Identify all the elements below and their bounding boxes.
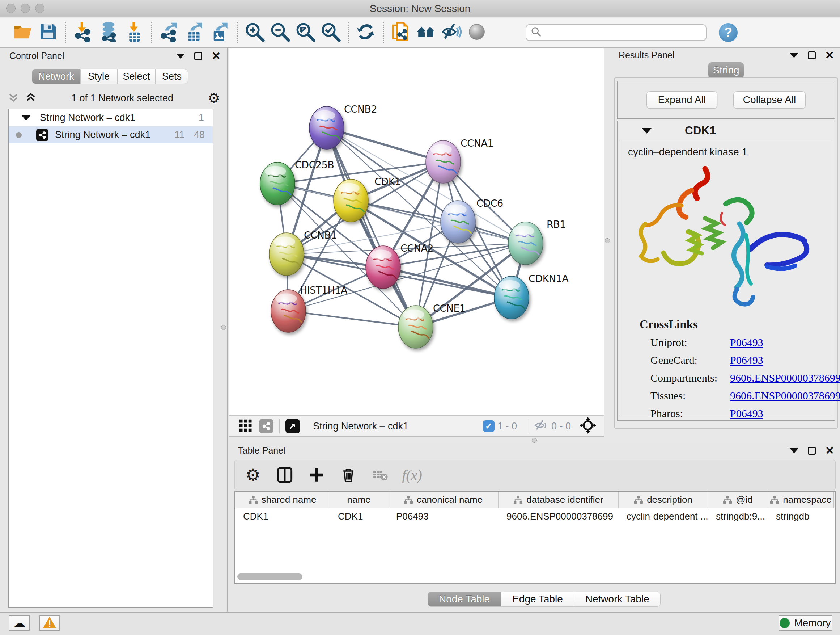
node-CDC6[interactable]: CDC6: [441, 198, 503, 243]
tab-network-table[interactable]: Network Table: [574, 592, 660, 607]
expand-all-icon[interactable]: [25, 91, 37, 105]
crosslink-label: Uniprot:: [651, 336, 730, 348]
column-header-description[interactable]: description: [619, 492, 708, 508]
collapse-all-button[interactable]: Collapse All: [733, 91, 806, 109]
right-splitter-handle[interactable]: [605, 238, 610, 243]
node-label-CDC25B: CDC25B: [295, 159, 334, 171]
collapse-all-icon[interactable]: [7, 91, 19, 105]
tab-sets[interactable]: Sets: [156, 69, 188, 84]
tab-node-table[interactable]: Node Table: [428, 592, 501, 607]
hidden-eye-slash-icon[interactable]: [534, 418, 548, 434]
close-panel-icon[interactable]: ✕: [212, 52, 221, 60]
fit-content-crosshair-icon[interactable]: [579, 417, 596, 435]
show-columns-button[interactable]: [275, 465, 295, 485]
column-header-label: @id: [736, 494, 753, 505]
maximize-results-icon[interactable]: [808, 51, 816, 59]
delete-table-button[interactable]: [370, 465, 390, 485]
column-header-name[interactable]: name: [330, 492, 388, 508]
import-database-icon: [98, 21, 119, 44]
tab-select[interactable]: Select: [117, 69, 156, 84]
selected-nodes-checkbox[interactable]: ✓: [483, 420, 494, 432]
node-CCNE1[interactable]: CCNE1: [398, 302, 466, 348]
float-results-icon[interactable]: [790, 53, 798, 58]
node-CCNB2[interactable]: CCNB2: [309, 103, 377, 149]
close-table-icon[interactable]: ✕: [825, 447, 834, 455]
selected-count: 1 - 0: [497, 421, 517, 432]
detach-view-icon[interactable]: [286, 419, 300, 433]
application-window: { "window": { "title": "Session: New Ses…: [0, 0, 840, 635]
table-cell[interactable]: P06493: [388, 508, 499, 524]
section-collapse-arrow-icon[interactable]: [642, 128, 652, 134]
delete-column-button[interactable]: [338, 465, 358, 485]
table-cell[interactable]: CDK1: [235, 508, 330, 524]
bottom-splitter-handle[interactable]: [532, 438, 537, 443]
edge-CCNB2-CCNA1: [327, 128, 443, 162]
tab-string[interactable]: String: [708, 62, 744, 78]
column-header-canonical-name[interactable]: canonical name: [388, 492, 499, 508]
float-panel-icon[interactable]: [176, 54, 185, 59]
left-splitter-handle[interactable]: [221, 325, 226, 330]
crosslink-link[interactable]: P06493: [730, 354, 763, 366]
table-row[interactable]: CDK1CDK1P064939606.ENSP00000378699cyclin…: [235, 508, 835, 524]
network-row-selected[interactable]: String Network – cdk1 11 48: [9, 126, 213, 143]
table-options-gear-button[interactable]: ⚙: [243, 465, 263, 485]
network-options-gear-button[interactable]: ⚙: [208, 92, 220, 104]
node-HIST1H1A[interactable]: HIST1H1A: [271, 285, 347, 333]
close-results-icon[interactable]: ✕: [825, 51, 834, 59]
gene-name: CDK1: [685, 124, 716, 137]
maximize-panel-icon[interactable]: [194, 52, 202, 60]
search-input[interactable]: [542, 27, 693, 38]
crosslink-link[interactable]: 9606.ENSP00000378699: [730, 372, 840, 384]
tab-network[interactable]: Network: [32, 69, 80, 84]
open-folder-icon: [12, 21, 33, 44]
string-network-icon: [36, 129, 49, 141]
zoom-in-icon: [244, 21, 265, 44]
eye-slash-icon: [441, 21, 462, 44]
tab-style[interactable]: Style: [80, 69, 117, 84]
network-collection-row[interactable]: String Network – cdk1 1: [9, 109, 213, 126]
table-cell[interactable]: stringdb:9...: [708, 508, 768, 524]
table-cell[interactable]: stringdb: [768, 508, 834, 524]
column-header-database-identifier[interactable]: database identifier: [499, 492, 619, 508]
memory-button[interactable]: Memory: [778, 616, 832, 631]
column-header--id[interactable]: @id: [708, 492, 768, 508]
maximize-table-icon[interactable]: [808, 447, 816, 455]
column-header-label: database identifier: [526, 494, 603, 505]
add-column-button[interactable]: [306, 465, 327, 485]
zoom-fit-icon: [295, 21, 316, 44]
help-button[interactable]: ?: [719, 23, 737, 42]
edge-HIST1H1A-CCNE1: [288, 311, 416, 327]
gene-description: cyclin–dependent kinase 1: [628, 146, 832, 158]
network-view: CCNB2CCNA1CDC25BCDK1CDC6RB1CCNB1CCNA2CDK…: [229, 48, 604, 416]
crosslink-link[interactable]: P06493: [730, 407, 763, 420]
crosslink-label: Tissues:: [651, 390, 730, 402]
expand-all-button[interactable]: Expand All: [646, 91, 717, 109]
table-cell[interactable]: CDK1: [330, 508, 388, 524]
table-cell[interactable]: cyclin-dependent ...: [619, 508, 708, 524]
function-builder-button[interactable]: f(x): [402, 465, 422, 485]
control-panel-title: Control Panel: [9, 51, 64, 61]
share-view-icon[interactable]: [259, 419, 273, 433]
network-canvas[interactable]: CCNB2CCNA1CDC25BCDK1CDC6RB1CCNB1CCNA2CDK…: [229, 48, 604, 415]
column-header-namespace[interactable]: namespace: [768, 492, 834, 508]
crosslink-link[interactable]: P06493: [730, 336, 763, 348]
node-CDKN1A[interactable]: CDKN1A: [494, 273, 569, 319]
node-CCNA1[interactable]: CCNA1: [426, 138, 493, 183]
node-RB1[interactable]: RB1: [508, 219, 566, 264]
table-header-row: shared namenamecanonical namedatabase id…: [235, 492, 835, 508]
node-CDC25B[interactable]: CDC25B: [260, 159, 334, 205]
tree-expand-arrow-icon[interactable]: [22, 116, 30, 120]
column-header-shared-name[interactable]: shared name: [235, 492, 330, 508]
node-label-CCNB2: CCNB2: [344, 103, 377, 115]
tab-edge-table[interactable]: Edge Table: [501, 592, 574, 607]
float-table-icon[interactable]: [790, 448, 798, 453]
node-label-CCNE1: CCNE1: [433, 302, 466, 314]
crosslink-row: GeneCard:P06493: [639, 354, 840, 366]
warnings-button[interactable]: [39, 616, 60, 631]
node-CDK1[interactable]: CDK1: [333, 176, 401, 222]
horizontal-scrollbar-thumb[interactable]: [237, 573, 302, 580]
grid-view-icon[interactable]: [238, 418, 253, 434]
cloud-button[interactable]: ☁: [9, 616, 30, 631]
table-cell[interactable]: 9606.ENSP00000378699: [499, 508, 619, 524]
crosslink-link[interactable]: 9606.ENSP00000378699: [730, 390, 840, 402]
